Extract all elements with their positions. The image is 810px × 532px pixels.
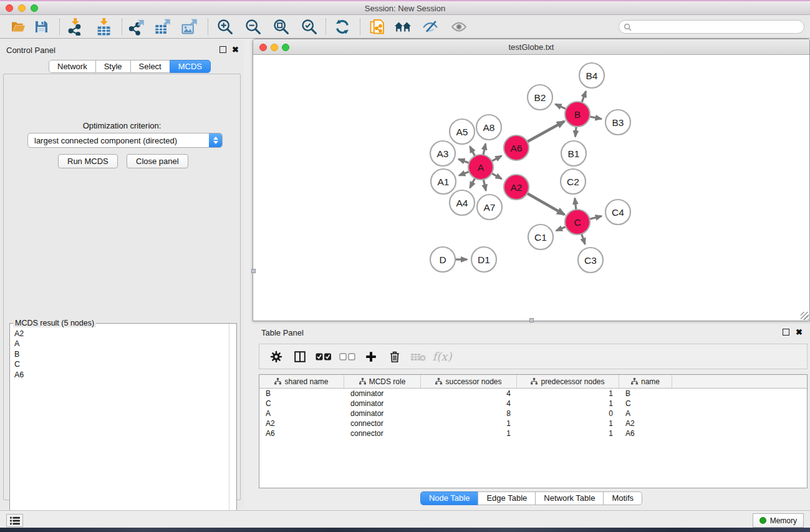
create-new-column-icon[interactable] bbox=[359, 346, 383, 367]
float-panel-icon[interactable] bbox=[219, 46, 226, 53]
tab-mcds[interactable]: MCDS bbox=[170, 60, 211, 73]
table-cell[interactable]: A6 bbox=[259, 429, 344, 438]
graph-node-A3[interactable]: A3 bbox=[430, 141, 455, 166]
zoom-out-icon[interactable] bbox=[242, 17, 264, 36]
graph-node-A8[interactable]: A8 bbox=[476, 115, 501, 140]
column-header-shared-name[interactable]: shared name bbox=[259, 375, 344, 388]
result-list-item[interactable]: C bbox=[14, 359, 226, 369]
open-file-icon[interactable] bbox=[7, 17, 29, 36]
import-network-icon[interactable] bbox=[64, 17, 86, 36]
graph-node-A1[interactable]: A1 bbox=[431, 169, 456, 194]
table-cell[interactable]: 8 bbox=[421, 409, 517, 418]
close-panel-button[interactable]: Close panel bbox=[127, 154, 188, 168]
table-cell[interactable]: connector bbox=[344, 429, 421, 438]
table-row[interactable]: A2connector11A2 bbox=[259, 418, 807, 428]
table-cell[interactable]: C bbox=[619, 399, 672, 408]
tab-edge-table[interactable]: Edge Table bbox=[478, 491, 536, 505]
table-cell[interactable]: 0 bbox=[517, 409, 619, 418]
graph-node-D[interactable]: D bbox=[430, 247, 455, 272]
graph-node-A5[interactable]: A5 bbox=[450, 119, 475, 144]
search-field[interactable] bbox=[619, 20, 804, 34]
float-panel-icon[interactable] bbox=[783, 329, 789, 336]
result-list-item[interactable]: B bbox=[14, 349, 226, 359]
show-network-overview-icon[interactable] bbox=[392, 17, 414, 36]
graph-node-C[interactable]: C bbox=[565, 210, 590, 235]
table-row[interactable]: Cdominator41C bbox=[259, 399, 807, 409]
frame-handle-left[interactable] bbox=[251, 269, 256, 273]
result-list-item[interactable]: A6 bbox=[14, 370, 226, 380]
column-header-mcds-role[interactable]: MCDS role bbox=[344, 375, 421, 388]
table-cell[interactable]: 1 bbox=[421, 429, 517, 438]
graph-node-B1[interactable]: B1 bbox=[561, 141, 586, 166]
result-list-item[interactable]: A bbox=[14, 339, 226, 349]
graph-edge-A2-C[interactable] bbox=[526, 193, 565, 215]
table-cell[interactable]: 1 bbox=[517, 389, 619, 398]
table-row[interactable]: Bdominator41B bbox=[259, 389, 807, 399]
table-cell[interactable]: dominator bbox=[344, 389, 421, 398]
export-table-icon[interactable] bbox=[152, 17, 174, 36]
table-cell[interactable]: A bbox=[619, 409, 672, 418]
tab-node-table[interactable]: Node Table bbox=[420, 491, 479, 505]
result-list-scrollbar[interactable] bbox=[229, 324, 229, 532]
task-history-button[interactable] bbox=[6, 514, 23, 527]
table-cell[interactable]: A2 bbox=[259, 419, 344, 428]
table-cell[interactable]: B bbox=[259, 389, 344, 398]
graph-node-A6[interactable]: A6 bbox=[504, 135, 529, 160]
graph-node-D1[interactable]: D1 bbox=[471, 247, 496, 272]
table-row[interactable]: Adominator80A bbox=[259, 409, 807, 418]
tab-style[interactable]: Style bbox=[95, 60, 131, 73]
table-cell[interactable]: 4 bbox=[421, 389, 517, 398]
graph-node-A[interactable]: A bbox=[468, 155, 493, 180]
graph-edge-B-B2[interactable] bbox=[556, 104, 567, 110]
import-table-icon[interactable] bbox=[92, 17, 115, 36]
table-cell[interactable]: A bbox=[259, 409, 344, 418]
table-cell[interactable]: B bbox=[619, 389, 672, 398]
graph-node-C2[interactable]: C2 bbox=[561, 169, 586, 194]
hide-selected-icon[interactable] bbox=[419, 17, 441, 36]
network-canvas[interactable]: B4B2BB3A8A5A6A3B1AA1C2A2A4A7C4CC1C3DD1 bbox=[253, 55, 809, 321]
table-cell[interactable]: 4 bbox=[421, 399, 517, 408]
close-panel-icon[interactable]: ✖ bbox=[232, 46, 239, 53]
table-cell[interactable]: 1 bbox=[517, 399, 619, 408]
new-network-from-selection-icon[interactable] bbox=[366, 17, 388, 36]
zoom-fit-icon[interactable] bbox=[270, 17, 292, 36]
show-all-icon[interactable] bbox=[448, 17, 470, 36]
table-settings-icon[interactable] bbox=[264, 346, 288, 367]
delete-columns-icon[interactable] bbox=[383, 346, 407, 367]
frame-handle-bottom[interactable] bbox=[529, 318, 534, 322]
column-header-name[interactable]: name bbox=[619, 375, 672, 388]
graph-node-A4[interactable]: A4 bbox=[450, 190, 475, 215]
table-cell[interactable]: connector bbox=[344, 419, 421, 428]
run-mcds-button[interactable]: Run MCDS bbox=[58, 154, 118, 168]
graph-node-C4[interactable]: C4 bbox=[605, 200, 630, 225]
result-list-item[interactable]: A2 bbox=[14, 329, 226, 339]
graph-node-B[interactable]: B bbox=[565, 102, 590, 127]
table-cell[interactable]: A6 bbox=[619, 429, 672, 438]
column-header-successor-nodes[interactable]: successor nodes bbox=[421, 375, 517, 388]
table-cell[interactable]: C bbox=[259, 399, 344, 408]
network-window-titlebar[interactable]: testGlobe.txt bbox=[253, 39, 809, 55]
graph-node-B2[interactable]: B2 bbox=[528, 85, 552, 110]
table-cell[interactable]: A2 bbox=[619, 419, 672, 428]
save-session-icon[interactable] bbox=[30, 17, 52, 36]
graph-node-B3[interactable]: B3 bbox=[605, 110, 630, 135]
close-panel-icon[interactable]: ✖ bbox=[796, 329, 803, 336]
show-column-icon[interactable] bbox=[288, 346, 312, 367]
graph-edge-C-C4[interactable] bbox=[588, 216, 601, 219]
export-image-icon[interactable] bbox=[178, 17, 201, 36]
table-cell[interactable]: 1 bbox=[517, 419, 619, 428]
graph-edge-B-B4[interactable] bbox=[581, 91, 586, 104]
tab-network[interactable]: Network bbox=[49, 60, 96, 73]
tab-select[interactable]: Select bbox=[130, 60, 170, 73]
graph-node-A2[interactable]: A2 bbox=[504, 175, 529, 200]
graph-node-B4[interactable]: B4 bbox=[579, 63, 604, 88]
table-row[interactable]: A6connector11A6 bbox=[259, 428, 807, 438]
graph-edge-B-B3[interactable] bbox=[589, 117, 602, 119]
memory-button[interactable]: Memory bbox=[753, 513, 804, 528]
tab-network-table[interactable]: Network Table bbox=[535, 491, 604, 505]
table-cell[interactable]: 1 bbox=[421, 419, 517, 428]
search-input[interactable] bbox=[634, 21, 804, 32]
window-resize-grip[interactable] bbox=[801, 312, 809, 320]
table-cell[interactable]: 1 bbox=[517, 429, 619, 438]
column-header-predecessor-nodes[interactable]: predecessor nodes bbox=[517, 375, 619, 388]
